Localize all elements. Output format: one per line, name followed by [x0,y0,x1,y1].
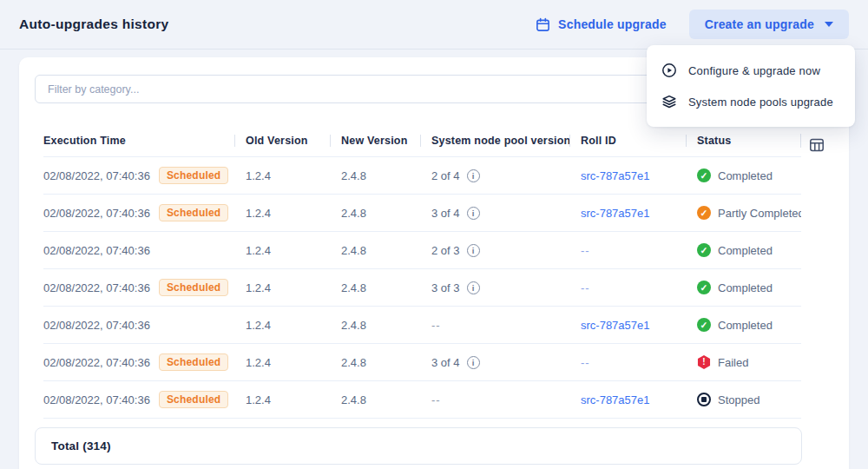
scheduled-badge: Scheduled [159,353,228,371]
info-icon[interactable]: i [467,244,480,257]
total-row: Total (314) [35,427,802,465]
old-version-cell: 1.2.4 [234,169,330,182]
menu-item-system-node-pools-upgrade[interactable]: System node pools upgrade [647,86,855,117]
column-header-execution-time: Execution Time [43,135,234,147]
create-upgrade-menu: Configure & upgrade now System node pool… [647,45,855,127]
old-version: 1.2.4 [246,281,271,294]
old-version-cell: 1.2.4 [234,356,330,369]
status-label: Completed [718,281,773,294]
execution-time-cell: 02/08/2022, 07:40:36 Scheduled [43,204,234,221]
status-icon [697,206,711,220]
play-circle-icon [661,63,677,78]
new-version: 2.4.8 [341,169,366,182]
layers-icon [661,94,677,109]
old-version-cell: 1.2.4 [234,319,330,332]
new-version-cell: 2.4.8 [330,281,420,294]
column-header-status: Status [686,135,801,147]
execution-time-cell: 02/08/2022, 07:40:36 Scheduled [43,279,234,296]
roll-id[interactable]: src-787a57e1 [581,207,650,220]
create-upgrade-label: Create an upgrade [705,17,814,31]
node-pool-version-cell: 2 of 4 i [420,169,569,182]
status-label: Completed [718,244,773,257]
roll-id: -- [581,281,590,294]
node-pool-version: -- [431,319,441,332]
info-icon[interactable]: i [467,281,480,294]
execution-time: 02/08/2022, 07:40:36 [43,207,150,220]
column-header-old-version: Old Version [234,135,330,147]
node-pool-version-cell: 3 of 4 i [420,356,569,369]
execution-time: 02/08/2022, 07:40:36 [43,281,150,294]
execution-time: 02/08/2022, 07:40:36 [43,356,150,369]
roll-id: -- [581,244,590,257]
status-icon [697,393,711,406]
status-icon [697,281,711,294]
table-columns-icon [808,136,825,154]
old-version: 1.2.4 [246,319,271,332]
roll-id[interactable]: src-787a57e1 [581,393,650,406]
table-row: 02/08/2022, 07:40:36 1.2.4 2.4.8 -- src-… [43,307,801,344]
roll-id-cell: src-787a57e1 [569,393,686,406]
scheduled-badge: Scheduled [159,204,228,221]
execution-time: 02/08/2022, 07:40:36 [43,244,150,257]
execution-time-cell: 02/08/2022, 07:40:36 [43,319,234,332]
column-header-roll-id: Roll ID [569,135,686,147]
table-row: 02/08/2022, 07:40:36 Scheduled 1.2.4 2.4… [43,381,801,419]
scheduled-badge: Scheduled [159,167,228,184]
table-row: 02/08/2022, 07:40:36 Scheduled 1.2.4 2.4… [43,269,801,307]
column-picker-button[interactable] [807,135,826,155]
menu-item-label: System node pools upgrade [688,96,833,109]
chevron-down-icon [825,22,833,27]
status-cell: Stopped [686,393,801,406]
status-cell: Completed [686,318,801,332]
upgrades-table: Execution Time Old Version New Version S… [43,124,801,419]
roll-id[interactable]: src-787a57e1 [581,169,650,182]
status-cell: Failed [686,355,801,369]
calendar-icon [536,17,550,32]
table-body: 02/08/2022, 07:40:36 Scheduled 1.2.4 2.4… [43,157,801,419]
column-header-node-pool-version: System node pool version [420,135,569,147]
new-version: 2.4.8 [341,207,366,220]
create-upgrade-button[interactable]: Create an upgrade [689,10,849,39]
top-bar-actions: Schedule upgrade Create an upgrade [536,10,849,39]
top-bar: Auto-upgrades history Schedule upgrade C… [0,0,868,50]
node-pool-version-cell: 3 of 3 i [420,281,569,294]
status-cell: Completed [686,168,801,182]
schedule-upgrade-label: Schedule upgrade [558,17,667,31]
new-version-cell: 2.4.8 [330,207,420,220]
node-pool-version-cell: 2 of 3 i [420,244,569,257]
column-header-new-version: New Version [330,135,420,147]
status-icon [697,168,711,182]
execution-time: 02/08/2022, 07:40:36 [43,393,150,406]
execution-time-cell: 02/08/2022, 07:40:36 Scheduled [43,167,234,184]
status-label: Completed [718,319,773,332]
roll-id: -- [581,356,590,369]
roll-id-cell: -- [569,356,686,369]
info-icon[interactable]: i [467,356,480,369]
node-pool-version: 2 of 4 [431,169,460,182]
total-label: Total (314) [51,439,111,452]
node-pool-version-cell: -- [420,319,569,332]
new-version: 2.4.8 [341,319,366,332]
info-icon[interactable]: i [467,207,480,220]
old-version: 1.2.4 [246,207,271,220]
node-pool-version: 3 of 4 [431,356,460,369]
status-label: Failed [718,356,748,369]
roll-id-cell: src-787a57e1 [569,319,686,332]
old-version: 1.2.4 [246,393,271,406]
old-version-cell: 1.2.4 [234,281,330,294]
execution-time-cell: 02/08/2022, 07:40:36 Scheduled [43,353,234,371]
schedule-upgrade-button[interactable]: Schedule upgrade [536,17,667,32]
roll-id[interactable]: src-787a57e1 [581,319,650,332]
execution-time: 02/08/2022, 07:40:36 [43,169,150,182]
execution-time: 02/08/2022, 07:40:36 [43,319,150,332]
status-label: Completed [718,169,773,182]
info-icon[interactable]: i [467,169,480,182]
roll-id-cell: src-787a57e1 [569,169,686,182]
table-header-row: Execution Time Old Version New Version S… [43,124,801,157]
node-pool-version: 3 of 4 [431,207,460,220]
menu-item-configure-upgrade-now[interactable]: Configure & upgrade now [647,55,855,86]
new-version-cell: 2.4.8 [330,169,420,182]
table-row: 02/08/2022, 07:40:36 Scheduled 1.2.4 2.4… [43,344,801,381]
new-version-cell: 2.4.8 [330,319,420,332]
status-icon [697,355,711,369]
